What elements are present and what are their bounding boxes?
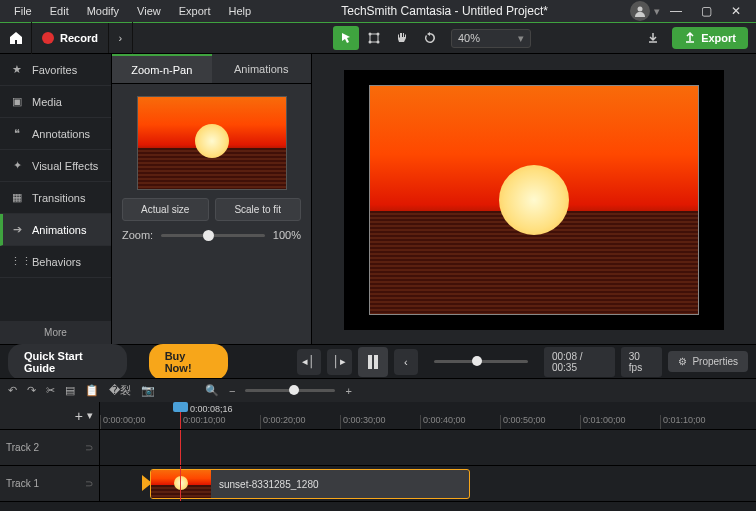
zoom-slider[interactable] [161,234,265,237]
quick-start-button[interactable]: Quick Start Guide [8,344,127,380]
sidebar-item-transitions[interactable]: ▦Transitions [0,182,111,214]
properties-panel: Zoom-n-Pan Animations Actual size Scale … [112,54,312,344]
close-button[interactable]: ✕ [722,4,750,18]
timeline: + ▾ 0:00:08;16 0:00:00;00 0:00:10;00 0:0… [0,402,756,511]
panel-tab-animations[interactable]: Animations [212,54,312,84]
sidebar-item-media[interactable]: ▣Media [0,86,111,118]
magnet-icon[interactable]: ⊃ [85,478,93,489]
rotate-tool[interactable] [417,26,443,50]
track-header-1[interactable]: Track 1⊃ [0,466,100,501]
split-button[interactable]: �裂 [109,383,131,398]
prev-marker-button[interactable]: ‹ [394,349,418,375]
pan-tool[interactable] [389,26,415,50]
home-button[interactable] [0,22,32,54]
menu-modify[interactable]: Modify [79,2,127,20]
sidebar-more[interactable]: More [0,321,111,344]
transitions-icon: ▦ [10,191,24,204]
main-toolbar: Record › 40%▾ Export [0,22,756,54]
canvas-content[interactable] [369,85,699,315]
user-menu[interactable] [630,1,650,21]
star-icon: ★ [10,63,24,76]
undo-button[interactable]: ↶ [8,384,17,397]
playhead-time: 0:00:08;16 [190,404,233,414]
clip-sunset[interactable]: sunset-8331285_1280 [150,469,470,499]
sidebar-item-visual-effects[interactable]: ✦Visual Effects [0,150,111,182]
clip-label: sunset-8331285_1280 [211,479,319,490]
timeline-toolbar: ↶ ↷ ✂ ▤ 📋 �裂 📷 🔍 − + [0,378,756,402]
zoom-dropdown[interactable]: 40%▾ [451,29,531,48]
menu-file[interactable]: File [6,2,40,20]
menu-help[interactable]: Help [221,2,260,20]
preview-thumbnail[interactable] [137,96,287,190]
panel-tab-zoom-pan[interactable]: Zoom-n-Pan [112,54,212,84]
menu-export[interactable]: Export [171,2,219,20]
select-tool[interactable] [333,26,359,50]
track-header-2[interactable]: Track 2⊃ [0,430,100,465]
scrub-slider[interactable] [434,360,528,363]
scale-to-fit-button[interactable]: Scale to fit [215,198,302,221]
sidebar: ★Favorites ▣Media ❝Annotations ✦Visual E… [0,54,112,344]
annotations-icon: ❝ [10,127,24,140]
add-track-button[interactable]: + [75,408,83,424]
svg-rect-6 [374,355,378,369]
track-menu-button[interactable]: ▾ [87,409,93,422]
actual-size-button[interactable]: Actual size [122,198,209,221]
track-lane-2[interactable] [100,430,756,465]
window-title: TechSmith Camtasia - Untitled Project* [261,4,628,18]
properties-button[interactable]: ⚙Properties [668,351,748,372]
buy-now-button[interactable]: Buy Now! [149,344,229,380]
paste-button[interactable]: 📋 [85,384,99,397]
snapshot-button[interactable]: 📷 [141,384,155,397]
svg-point-0 [638,7,643,12]
canvas-frame[interactable] [344,70,724,330]
zoom-fit-icon[interactable]: 🔍 [205,384,219,397]
behaviors-icon: ⋮⋮ [10,255,24,268]
user-dropdown-icon[interactable]: ▾ [654,5,660,18]
record-icon [42,32,54,44]
fps-display[interactable]: 30 fps [621,347,663,377]
track-lane-1[interactable]: sunset-8331285_1280 [100,466,756,501]
gear-icon: ⚙ [678,356,687,367]
menu-view[interactable]: View [129,2,169,20]
sidebar-item-behaviors[interactable]: ⋮⋮Behaviors [0,246,111,278]
zoom-in-button[interactable]: + [345,385,351,397]
timecode-display: 00:08 / 00:35 [544,347,615,377]
export-icon [684,32,696,44]
svg-rect-5 [368,355,372,369]
cut-button[interactable]: ✂ [46,384,55,397]
animations-icon: ➔ [10,223,24,236]
media-icon: ▣ [10,95,24,108]
time-ruler[interactable]: 0:00:08;16 0:00:00;00 0:00:10;00 0:00:20… [100,402,756,429]
track-add-area: + ▾ [0,402,100,429]
minimize-button[interactable]: — [662,4,690,18]
prev-frame-button[interactable]: ◂│ [297,349,321,375]
timeline-zoom-slider[interactable] [245,389,335,392]
menu-bar: File Edit Modify View Export Help TechSm… [0,0,756,22]
sidebar-item-annotations[interactable]: ❝Annotations [0,118,111,150]
sidebar-item-favorites[interactable]: ★Favorites [0,54,111,86]
crop-tool[interactable] [361,26,387,50]
play-pause-button[interactable] [358,347,388,377]
zoom-value: 100% [273,229,301,241]
zoom-out-button[interactable]: − [229,385,235,397]
copy-button[interactable]: ▤ [65,384,75,397]
playback-bar: Quick Start Guide Buy Now! ◂│ │▸ ‹ 00:08… [0,344,756,378]
record-button[interactable]: Record [32,23,109,53]
maximize-button[interactable]: ▢ [692,4,720,18]
next-frame-button[interactable]: │▸ [327,349,351,375]
magnet-icon[interactable]: ⊃ [85,442,93,453]
playhead[interactable] [180,402,181,429]
canvas-tools: 40%▾ [333,23,531,53]
record-dropdown[interactable]: › [109,22,133,54]
effects-icon: ✦ [10,159,24,172]
redo-button[interactable]: ↷ [27,384,36,397]
download-button[interactable] [640,26,666,50]
export-button[interactable]: Export [672,27,748,49]
clip-thumbnail [151,470,211,498]
canvas-area [312,54,756,344]
zoom-label: Zoom: [122,229,153,241]
sidebar-item-animations[interactable]: ➔Animations [0,214,111,246]
menu-edit[interactable]: Edit [42,2,77,20]
